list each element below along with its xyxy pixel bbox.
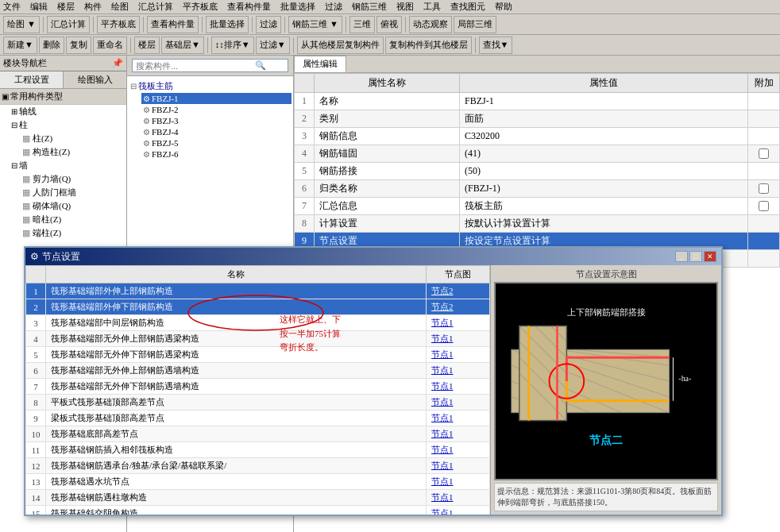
diagram-svg: 上下部钢筋端部搭接 xyxy=(496,283,716,479)
modal-row-6[interactable]: 6 筏形基础端部无外伸上部钢筋遇墙构造 节点1 xyxy=(26,363,490,379)
modal-no-12: 12 xyxy=(26,458,46,474)
modal-row-8[interactable]: 8 平板式筏形基础顶部高差节点 节点1 xyxy=(26,395,490,411)
modal-table-area: 名称 节点图 1 筏形基础端部外伸上部钢筋构造 节点2 2 筏形基础端部外伸下部… xyxy=(25,265,491,515)
modal-no-11: 11 xyxy=(26,442,46,458)
modal-no-5: 5 xyxy=(26,347,46,363)
modal-name-10: 筏形基础底部高差节点 xyxy=(46,426,427,442)
modal-node-3[interactable]: 节点1 xyxy=(427,315,490,331)
modal-node-7[interactable]: 节点1 xyxy=(427,379,490,395)
modal-node-6[interactable]: 节点1 xyxy=(427,363,490,379)
modal-row-13[interactable]: 13 筏形基础遇水坑节点 节点1 xyxy=(26,474,490,490)
modal-node-13[interactable]: 节点1 xyxy=(427,474,490,490)
modal-row-14[interactable]: 14 筏形基础钢筋遇柱墩构造 节点1 xyxy=(26,490,490,506)
modal-node-14[interactable]: 节点1 xyxy=(427,490,490,506)
modal-name-9: 梁板式筏形基础顶部高差节点 xyxy=(46,411,427,426)
modal-name-12: 筏形基础钢筋遇承台/独基/承台梁/基础联系梁/ xyxy=(46,458,427,474)
modal-node-15[interactable]: 节点1 xyxy=(427,506,490,515)
modal-title: 节点设置 xyxy=(42,250,80,264)
modal-row-15[interactable]: 15 筏形基础斜交阴角构造 节点1 xyxy=(26,506,490,515)
modal-no-3: 3 xyxy=(26,315,46,331)
modal-no-4: 4 xyxy=(26,331,46,347)
modal-name-3: 筏形基础端部中间层钢筋构造 xyxy=(46,315,427,331)
modal-info-text: 提示信息：规范算法：来源11G101-3第80页和84页。筏板面筋伸到端部弯折，… xyxy=(494,483,718,511)
modal-col-node: 节点图 xyxy=(427,266,490,283)
modal-node-4[interactable]: 节点1 xyxy=(427,331,490,347)
modal-name-1: 筏形基础端部外伸上部钢筋构造 xyxy=(46,283,427,299)
modal-name-7: 筏形基础端部无外伸下部钢筋遇墙构造 xyxy=(46,379,427,395)
modal-overlay: ⚙ 节点设置 _ □ ✕ 名称 节点图 xyxy=(0,0,780,532)
modal-no-14: 14 xyxy=(26,490,46,506)
modal-no-15: 15 xyxy=(26,506,46,515)
modal-row-10[interactable]: 10 筏形基础底部高差节点 节点1 xyxy=(26,426,490,442)
modal-row-12[interactable]: 12 筏形基础钢筋遇承台/独基/承台梁/基础联系梁/ 节点1 xyxy=(26,458,490,474)
modal-no-13: 13 xyxy=(26,474,46,490)
modal-row-7[interactable]: 7 筏形基础端部无外伸下部钢筋遇墙构造 节点1 xyxy=(26,379,490,395)
modal-titlebar: ⚙ 节点设置 _ □ ✕ xyxy=(25,248,721,265)
modal-window: ⚙ 节点设置 _ □ ✕ 名称 节点图 xyxy=(24,246,723,516)
modal-name-13: 筏形基础遇水坑节点 xyxy=(46,474,427,490)
svg-text:-ha-: -ha- xyxy=(678,374,691,383)
modal-name-14: 筏形基础钢筋遇柱墩构造 xyxy=(46,490,427,506)
svg-text:节点二: 节点二 xyxy=(589,434,623,446)
modal-node-10[interactable]: 节点1 xyxy=(427,426,490,442)
modal-no-9: 9 xyxy=(26,411,46,426)
modal-table: 名称 节点图 1 筏形基础端部外伸上部钢筋构造 节点2 2 筏形基础端部外伸下部… xyxy=(25,265,490,515)
modal-node-12[interactable]: 节点1 xyxy=(427,458,490,474)
modal-close-btn[interactable]: ✕ xyxy=(704,251,716,262)
modal-no-8: 8 xyxy=(26,395,46,411)
modal-node-11[interactable]: 节点1 xyxy=(427,442,490,458)
modal-no-6: 6 xyxy=(26,363,46,379)
modal-node-2[interactable]: 节点2 xyxy=(427,299,490,315)
modal-node-5[interactable]: 节点1 xyxy=(427,347,490,363)
modal-title-text: ⚙ 节点设置 xyxy=(30,250,80,264)
modal-maximize-btn[interactable]: □ xyxy=(689,251,702,262)
modal-diagram-box: 上下部钢筋端部搭接 xyxy=(494,282,718,480)
modal-col-no xyxy=(26,266,46,283)
modal-row-4[interactable]: 4 筏形基础端部无外伸上部钢筋遇梁构造 节点1 xyxy=(26,331,490,347)
modal-right-panel: 节点设置示意图 上下部钢筋端部搭接 xyxy=(491,265,721,515)
modal-node-9[interactable]: 节点1 xyxy=(427,411,490,426)
modal-no-2: 2 xyxy=(26,299,46,315)
modal-row-9[interactable]: 9 梁板式筏形基础顶部高差节点 节点1 xyxy=(26,411,490,426)
svg-text:上下部钢筋端部搭接: 上下部钢筋端部搭接 xyxy=(567,307,646,317)
modal-name-2: 筏形基础端部外伸下部钢筋构造 xyxy=(46,299,427,315)
modal-name-15: 筏形基础斜交阴角构造 xyxy=(46,506,427,515)
modal-icon: ⚙ xyxy=(30,251,39,263)
diagram-section-label: 节点设置示意图 xyxy=(494,268,718,280)
modal-node-1[interactable]: 节点2 xyxy=(427,283,490,299)
modal-table-section: 名称 节点图 1 筏形基础端部外伸上部钢筋构造 节点2 2 筏形基础端部外伸下部… xyxy=(25,265,491,515)
modal-name-11: 筏形基础钢筋插入相邻筏板构造 xyxy=(46,442,427,458)
modal-row-5[interactable]: 5 筏形基础端部无外伸下部钢筋遇梁构造 节点1 xyxy=(26,347,490,363)
modal-node-8[interactable]: 节点1 xyxy=(427,395,490,411)
modal-row-2[interactable]: 2 筏形基础端部外伸下部钢筋构造 节点2 xyxy=(26,299,490,315)
modal-body: 名称 节点图 1 筏形基础端部外伸上部钢筋构造 节点2 2 筏形基础端部外伸下部… xyxy=(25,265,721,515)
modal-name-6: 筏形基础端部无外伸上部钢筋遇墙构造 xyxy=(46,363,427,379)
modal-row-3[interactable]: 3 筏形基础端部中间层钢筋构造 节点1 xyxy=(26,315,490,331)
modal-name-8: 平板式筏形基础顶部高差节点 xyxy=(46,395,427,411)
modal-no-1: 1 xyxy=(26,283,46,299)
modal-minimize-btn[interactable]: _ xyxy=(675,251,688,262)
modal-name-5: 筏形基础端部无外伸下部钢筋遇梁构造 xyxy=(46,347,427,363)
modal-col-name: 名称 xyxy=(46,266,427,283)
modal-row-11[interactable]: 11 筏形基础钢筋插入相邻筏板构造 节点1 xyxy=(26,442,490,458)
modal-controls: _ □ ✕ xyxy=(675,251,716,262)
svg-rect-12 xyxy=(519,326,567,421)
modal-name-4: 筏形基础端部无外伸上部钢筋遇梁构造 xyxy=(46,331,427,347)
modal-row-1[interactable]: 1 筏形基础端部外伸上部钢筋构造 节点2 xyxy=(26,283,490,299)
modal-no-7: 7 xyxy=(26,379,46,395)
modal-no-10: 10 xyxy=(26,426,46,442)
